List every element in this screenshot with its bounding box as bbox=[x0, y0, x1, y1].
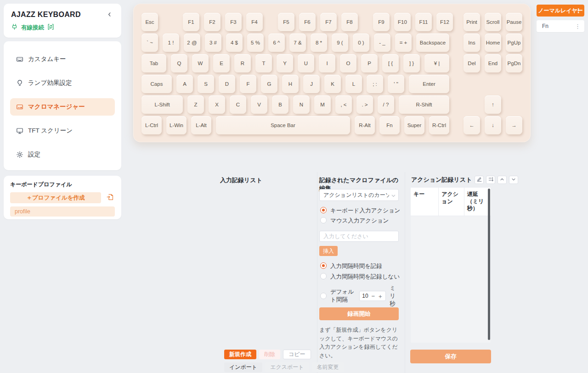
refresh-connection-icon[interactable] bbox=[47, 23, 54, 32]
key-e[interactable]: E bbox=[213, 54, 230, 72]
key-slash[interactable]: / ? bbox=[378, 95, 394, 114]
import-button[interactable]: インポート bbox=[224, 362, 262, 372]
key-3[interactable]: 3 # bbox=[205, 33, 221, 52]
key-scroll[interactable]: Scroll bbox=[485, 13, 501, 31]
key-f11[interactable]: F11 bbox=[415, 13, 432, 31]
delete-macro-button[interactable]: 削除 bbox=[259, 350, 280, 359]
key-pause[interactable]: Pause bbox=[506, 13, 522, 31]
key-space[interactable]: Space Bar bbox=[216, 116, 350, 134]
key-h[interactable]: H bbox=[282, 75, 299, 93]
key-arrow-down[interactable]: ↓ bbox=[485, 116, 501, 134]
sidebar-item-tft-screen[interactable]: TFT スクリーン bbox=[10, 122, 115, 139]
normal-layer-button[interactable]: ノーマルレイヤー bbox=[537, 5, 584, 17]
key-f6[interactable]: F6 bbox=[299, 13, 316, 31]
key-q[interactable]: Q bbox=[171, 54, 187, 72]
key-backquote[interactable]: ` ~ bbox=[141, 33, 158, 52]
key-r[interactable]: R bbox=[234, 54, 251, 72]
radio-keyboard-action[interactable]: キーボード入力アクション bbox=[320, 207, 400, 215]
export-button[interactable]: エクスポート bbox=[265, 362, 309, 372]
key-d[interactable]: D bbox=[219, 75, 235, 93]
key-enter[interactable]: Enter bbox=[409, 75, 449, 93]
key-p[interactable]: P bbox=[361, 54, 378, 72]
key-4[interactable]: 4 $ bbox=[226, 33, 243, 52]
key-arrow-up[interactable]: ↑ bbox=[485, 95, 501, 114]
key-m[interactable]: M bbox=[314, 95, 331, 114]
interval-increase-button[interactable]: ＋ bbox=[377, 293, 383, 299]
key-f2[interactable]: F2 bbox=[204, 13, 220, 31]
key-k[interactable]: K bbox=[324, 75, 341, 93]
key-n[interactable]: N bbox=[293, 95, 310, 114]
key-r-shift[interactable]: R-Shift bbox=[399, 95, 449, 114]
key-y[interactable]: Y bbox=[277, 54, 293, 72]
key-r-alt[interactable]: R-Alt bbox=[355, 116, 375, 134]
key-pgdn[interactable]: PgDn bbox=[506, 54, 522, 72]
key-l-alt[interactable]: L-Alt bbox=[191, 116, 211, 134]
key-g[interactable]: G bbox=[261, 75, 277, 93]
new-macro-button[interactable]: 新規作成 bbox=[224, 350, 256, 359]
key-super[interactable]: Super bbox=[404, 116, 424, 134]
key-pgup[interactable]: PgUp bbox=[506, 33, 522, 52]
profile-export-button[interactable] bbox=[105, 192, 115, 203]
key-l-win[interactable]: L-Win bbox=[166, 116, 187, 134]
edit-action-button[interactable] bbox=[475, 176, 484, 184]
interval-value[interactable]: 10 bbox=[362, 293, 369, 299]
insert-position-select[interactable]: アクションリストのカーソルバーの上... bbox=[319, 189, 399, 201]
table-scrollbar[interactable] bbox=[488, 189, 490, 340]
key-f3[interactable]: F3 bbox=[225, 13, 242, 31]
key-input-field[interactable] bbox=[319, 231, 399, 242]
key-quote[interactable]: ' " bbox=[388, 75, 404, 93]
key-w[interactable]: W bbox=[192, 54, 209, 72]
key-f12[interactable]: F12 bbox=[436, 13, 453, 31]
key-home[interactable]: Home bbox=[485, 33, 501, 52]
sidebar-item-macro-manager[interactable]: マクロマネージャー bbox=[10, 98, 115, 116]
key-j[interactable]: J bbox=[303, 75, 320, 93]
key-semicolon[interactable]: ; : bbox=[367, 75, 383, 93]
key-1[interactable]: 1 ! bbox=[163, 33, 179, 52]
key-x[interactable]: X bbox=[209, 95, 225, 114]
key-0[interactable]: 0 ) bbox=[353, 33, 369, 52]
create-profile-button[interactable]: ＋プロファイルを作成 bbox=[10, 192, 101, 203]
key-f4[interactable]: F4 bbox=[246, 13, 263, 31]
key-bracket-right[interactable]: ] } bbox=[403, 54, 420, 72]
radio-record-interval[interactable]: 入力間隔時間を記録 bbox=[320, 262, 382, 270]
key-comma[interactable]: , < bbox=[335, 95, 352, 114]
move-down-button[interactable] bbox=[509, 176, 518, 184]
rename-button[interactable]: 名前変更 bbox=[312, 362, 344, 372]
key-arrow-left[interactable]: ← bbox=[464, 116, 480, 134]
key-i[interactable]: I bbox=[319, 54, 335, 72]
sidebar-item-settings[interactable]: 設定 bbox=[10, 146, 115, 163]
move-up-button[interactable] bbox=[498, 176, 507, 184]
key-9[interactable]: 9 ( bbox=[332, 33, 348, 52]
key-ins[interactable]: Ins bbox=[464, 33, 480, 52]
layer-menu-dots-icon[interactable] bbox=[576, 7, 582, 14]
key-l[interactable]: L bbox=[345, 75, 362, 93]
key-l-ctrl[interactable]: L-Ctrl bbox=[141, 116, 162, 134]
key-5[interactable]: 5 % bbox=[247, 33, 264, 52]
key-backspace[interactable]: Backspace bbox=[416, 33, 449, 52]
key-r-ctrl[interactable]: R-Ctrl bbox=[429, 116, 449, 134]
key-tab[interactable]: Tab bbox=[141, 54, 166, 72]
key-f10[interactable]: F10 bbox=[394, 13, 411, 31]
fn-layer-row[interactable]: Fn bbox=[537, 20, 584, 32]
key-l-shift[interactable]: L-Shift bbox=[141, 95, 183, 114]
key-2[interactable]: 2 @ bbox=[184, 33, 200, 52]
key-caps[interactable]: Caps bbox=[141, 75, 172, 93]
key-bracket-left[interactable]: [ { bbox=[382, 54, 399, 72]
key-6[interactable]: 6 ^ bbox=[268, 33, 285, 52]
save-button[interactable]: 保存 bbox=[410, 350, 491, 363]
interval-decrease-button[interactable]: − bbox=[372, 293, 375, 299]
sidebar-item-lighting[interactable]: ランプ効果設定 bbox=[10, 74, 115, 92]
key-arrow-right[interactable]: → bbox=[506, 116, 522, 134]
key-esc[interactable]: Esc bbox=[141, 13, 158, 31]
insert-button[interactable]: 挿入 bbox=[319, 246, 338, 256]
key-del[interactable]: Del bbox=[464, 54, 480, 72]
key-f5[interactable]: F5 bbox=[278, 13, 294, 31]
key-b[interactable]: B bbox=[272, 95, 288, 114]
key-f[interactable]: F bbox=[240, 75, 256, 93]
copy-macro-button[interactable]: コピー bbox=[283, 350, 311, 359]
key-f7[interactable]: F7 bbox=[320, 13, 337, 31]
key-print[interactable]: Print bbox=[464, 13, 480, 31]
key-yen[interactable]: ¥ | bbox=[424, 54, 449, 72]
key-s[interactable]: S bbox=[198, 75, 214, 93]
key-f9[interactable]: F9 bbox=[373, 13, 390, 31]
